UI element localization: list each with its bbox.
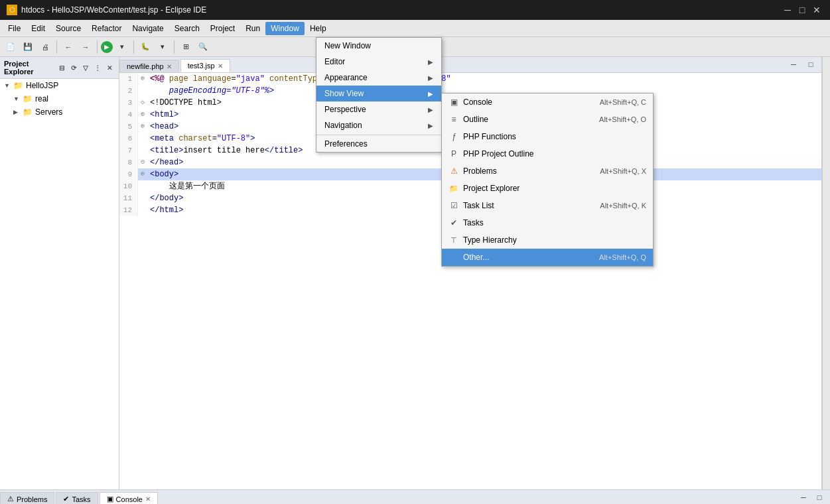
wmenu-perspective-label: Perspective <box>324 105 366 114</box>
toolbar-debug-drop[interactable]: ▾ <box>155 39 171 55</box>
console-close-icon[interactable]: ✕ <box>145 495 151 503</box>
sidebar-menu-icon[interactable]: ⋮ <box>92 62 103 73</box>
menu-help[interactable]: Help <box>305 22 332 35</box>
tree-arrow-hellojsp: ▼ <box>4 82 11 89</box>
code-content-3: <!DOCTYPE html> <box>147 97 224 109</box>
maximize-button[interactable]: □ <box>795 3 809 17</box>
sidebar-item-servers[interactable]: ▶ 📁 Servers <box>0 105 119 119</box>
editor-maximize-btn[interactable]: □ <box>803 56 819 72</box>
menu-edit[interactable]: Edit <box>26 22 50 35</box>
sidebar-item-hellojsp[interactable]: ▼ 📁 HelloJSP <box>0 79 119 92</box>
svmenu-php-functions[interactable]: ƒ PHP Functions <box>442 128 653 145</box>
line-num-6: 6 <box>119 133 138 145</box>
menu-run[interactable]: Run <box>240 22 265 35</box>
other-icon <box>449 252 459 263</box>
bottom-panel-maximize-btn[interactable]: □ <box>811 489 827 504</box>
menu-window[interactable]: Window <box>265 22 305 35</box>
sidebar-label-hellojsp: HelloJSP <box>26 81 58 90</box>
line-num-1: 1 <box>119 73 138 85</box>
bottom-tab-problems[interactable]: ⚠ Problems <box>0 492 54 504</box>
code-content-5: <head> <box>147 121 181 133</box>
svmenu-task-list[interactable]: ☑ Task List Alt+Shift+Q, K <box>442 197 653 214</box>
editor-tab-newfile[interactable]: newfile.php ✕ <box>119 60 179 72</box>
tasks-icon: ✔ <box>63 495 69 503</box>
wmenu-appearance[interactable]: Appearance ▶ <box>316 70 441 86</box>
editor-tab-test3-label: test3.jsp <box>188 62 215 70</box>
editor-tab-test3[interactable]: test3.jsp ✕ <box>180 59 230 72</box>
svmenu-php-project-outline[interactable]: P PHP Project Outline <box>442 145 653 162</box>
sidebar-close-icon[interactable]: ✕ <box>104 62 115 73</box>
problems-view-icon: ⚠ <box>449 166 459 176</box>
svmenu-other-shortcut: Alt+Shift+Q, Q <box>599 253 646 261</box>
line-marker-6 <box>138 133 147 145</box>
svmenu-project-explorer[interactable]: 📁 Project Explorer <box>442 180 653 197</box>
editor-tab-test3-close[interactable]: ✕ <box>218 62 223 70</box>
sidebar-filter-icon[interactable]: ▽ <box>80 62 91 73</box>
svmenu-other[interactable]: Other... Alt+Shift+Q, Q <box>442 249 653 266</box>
line-num-3: 3 <box>119 97 138 109</box>
toolbar-search-btn[interactable]: 🔍 <box>195 39 211 55</box>
toolbar-debug-btn[interactable]: 🐛 <box>137 39 153 55</box>
toolbar-run-drop[interactable]: ▾ <box>114 39 130 55</box>
eclipse-icon: ⬡ <box>7 5 17 15</box>
menu-search[interactable]: Search <box>169 22 205 35</box>
svmenu-console[interactable]: ▣ Console Alt+Shift+Q, C <box>442 94 653 111</box>
toolbar-new-btn[interactable]: 📄 <box>3 39 19 55</box>
toolbar-perspective-btn[interactable]: ⊞ <box>178 39 194 55</box>
code-line-1: 1 ⊕ <%@ page language="java" contentType… <box>119 73 821 85</box>
toolbar-print-btn[interactable]: 🖨 <box>37 39 53 55</box>
bottom-tab-console[interactable]: ▣ Console ✕ <box>100 492 158 504</box>
editor-tab-newfile-close[interactable]: ✕ <box>167 63 172 70</box>
wmenu-editor[interactable]: Editor ▶ <box>316 54 441 70</box>
wmenu-appearance-arrow: ▶ <box>428 74 433 82</box>
line-marker-2 <box>138 85 147 97</box>
svmenu-problems[interactable]: ⚠ Problems Alt+Shift+Q, X <box>442 162 653 180</box>
sidebar-collapse-icon[interactable]: ⊟ <box>56 62 67 73</box>
sidebar-sync-icon[interactable]: ⟳ <box>68 62 79 73</box>
title-bar: ⬡ htdocs - HelloJSP/WebContent/test.jsp … <box>0 0 830 20</box>
svmenu-type-hierarchy[interactable]: ⊤ Type Hierarchy <box>442 231 653 249</box>
svmenu-task-list-label: Task List <box>463 201 494 210</box>
line-marker-12 <box>138 204 147 216</box>
svmenu-tasks[interactable]: ✔ Tasks <box>442 214 653 231</box>
svmenu-project-explorer-label: Project Explorer <box>463 184 519 193</box>
console-label: Console <box>116 495 143 503</box>
tasks-label: Tasks <box>72 495 90 503</box>
editor-tabs: newfile.php ✕ test3.jsp ✕ ─ □ <box>119 57 821 73</box>
toolbar-sep4 <box>174 40 174 54</box>
toolbar-save-btn[interactable]: 💾 <box>20 39 36 55</box>
svmenu-project-explorer-left: 📁 Project Explorer <box>449 183 519 194</box>
wmenu-show-view-label: Show View <box>324 89 364 98</box>
menu-source[interactable]: Source <box>50 22 86 35</box>
line-num-10: 10 <box>119 180 138 192</box>
menu-refactor[interactable]: Refactor <box>86 22 127 35</box>
menu-project[interactable]: Project <box>205 22 240 35</box>
line-marker-11 <box>138 192 147 204</box>
line-marker-7 <box>138 145 147 157</box>
wmenu-new-window[interactable]: New Window <box>316 38 441 54</box>
svmenu-type-hierarchy-label: Type Hierarchy <box>463 235 517 245</box>
code-content-7: <title>insert title here</title> <box>147 145 305 157</box>
line-num-12: 12 <box>119 204 138 216</box>
wmenu-preferences[interactable]: Preferences <box>316 135 441 152</box>
svmenu-outline[interactable]: ≡ Outline Alt+Shift+Q, O <box>442 111 653 128</box>
bottom-panel-minimize-btn[interactable]: ─ <box>795 489 811 504</box>
menu-navigate[interactable]: Navigate <box>127 22 169 35</box>
code-content-2: pageEncoding="UTF-8"%> <box>147 85 277 97</box>
toolbar-forward-btn[interactable]: → <box>78 39 94 55</box>
sidebar-item-real[interactable]: ▼ 📁 real <box>0 92 119 105</box>
toolbar-back-btn[interactable]: ← <box>60 39 76 55</box>
toolbar-run-btn[interactable]: ▶ <box>101 41 113 53</box>
sidebar-title: Project Explorer <box>4 60 56 76</box>
close-button[interactable]: ✕ <box>810 3 823 17</box>
line-marker-10 <box>138 180 147 192</box>
menu-file[interactable]: File <box>3 22 26 35</box>
bottom-tab-tasks[interactable]: ✔ Tasks <box>56 492 98 504</box>
editor-minimize-btn[interactable]: ─ <box>786 56 801 72</box>
wmenu-perspective[interactable]: Perspective ▶ <box>316 101 441 117</box>
console-icon: ▣ <box>107 495 113 503</box>
wmenu-navigation[interactable]: Navigation ▶ <box>316 117 441 133</box>
wmenu-show-view[interactable]: Show View ▶ <box>316 86 441 101</box>
minimize-button[interactable]: ─ <box>781 3 794 17</box>
svmenu-other-label: Other... <box>463 253 489 262</box>
